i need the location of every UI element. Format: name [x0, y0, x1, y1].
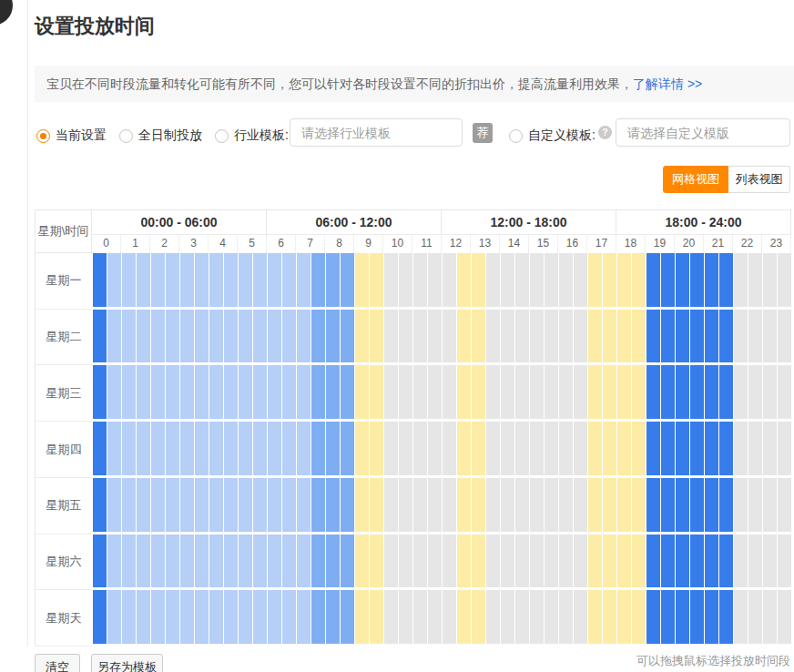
time-cell[interactable]	[224, 253, 238, 307]
time-cell[interactable]	[501, 535, 514, 588]
time-cell[interactable]	[151, 590, 165, 644]
time-cell[interactable]	[239, 310, 252, 363]
time-cell[interactable]	[297, 253, 310, 307]
time-cell[interactable]	[603, 478, 616, 532]
time-cell[interactable]	[413, 365, 427, 419]
time-cell[interactable]	[413, 253, 427, 307]
radio-current-setting[interactable]: 当前设置	[36, 118, 107, 153]
time-cell[interactable]	[311, 422, 325, 475]
time-cell[interactable]	[705, 310, 718, 363]
time-cell[interactable]	[224, 365, 238, 419]
time-cell[interactable]	[705, 253, 718, 307]
time-cell[interactable]	[268, 422, 281, 475]
time-cell[interactable]	[384, 535, 398, 588]
time-cell[interactable]	[122, 253, 136, 307]
radio-all-day[interactable]: 全日制投放	[119, 118, 202, 153]
time-cell[interactable]	[413, 590, 427, 644]
time-cell[interactable]	[486, 535, 500, 588]
time-cell[interactable]	[632, 310, 646, 363]
time-cell[interactable]	[501, 253, 514, 307]
time-cell[interactable]	[384, 310, 398, 363]
time-cell[interactable]	[690, 253, 704, 307]
time-cell[interactable]	[107, 253, 121, 307]
time-cell[interactable]	[137, 253, 150, 307]
time-cell[interactable]	[413, 478, 427, 532]
time-cell[interactable]	[617, 253, 631, 307]
time-cell[interactable]	[763, 365, 777, 419]
time-cell[interactable]	[355, 478, 369, 532]
time-cell[interactable]	[661, 365, 675, 419]
time-cell[interactable]	[311, 365, 325, 419]
time-cell[interactable]	[166, 253, 179, 307]
list-view-button[interactable]: 列表视图	[728, 166, 790, 193]
time-cell[interactable]	[472, 422, 485, 475]
time-cell[interactable]	[632, 535, 646, 588]
time-cell[interactable]	[457, 590, 471, 644]
time-cell[interactable]	[166, 535, 179, 588]
time-cell[interactable]	[180, 535, 194, 588]
time-cell[interactable]	[574, 422, 587, 475]
time-cell[interactable]	[501, 422, 514, 475]
time-cell[interactable]	[209, 365, 223, 419]
time-cell[interactable]	[224, 590, 238, 644]
time-cell[interactable]	[297, 422, 310, 475]
time-cell[interactable]	[151, 365, 165, 419]
time-cell[interactable]	[559, 478, 573, 532]
time-cell[interactable]	[428, 535, 442, 588]
time-cell[interactable]	[137, 365, 150, 419]
time-cell[interactable]	[486, 253, 500, 307]
time-cell[interactable]	[472, 253, 485, 307]
time-cell[interactable]	[603, 422, 616, 475]
time-cell[interactable]	[646, 253, 660, 307]
time-cell[interactable]	[734, 535, 748, 588]
time-cell[interactable]	[719, 590, 733, 644]
time-cell[interactable]	[282, 253, 296, 307]
time-cell[interactable]	[690, 590, 704, 644]
time-cell[interactable]	[399, 310, 412, 363]
time-cell[interactable]	[428, 590, 442, 644]
time-cell[interactable]	[545, 365, 558, 419]
time-cell[interactable]	[530, 590, 544, 644]
time-cell[interactable]	[748, 590, 762, 644]
time-cell[interactable]	[763, 422, 777, 475]
time-cell[interactable]	[268, 310, 281, 363]
time-cell[interactable]	[545, 310, 558, 363]
time-cell[interactable]	[515, 365, 529, 419]
time-cell[interactable]	[559, 253, 573, 307]
time-cell[interactable]	[413, 535, 427, 588]
time-cell[interactable]	[253, 535, 267, 588]
time-cell[interactable]	[151, 310, 165, 363]
time-cell[interactable]	[413, 422, 427, 475]
time-cell[interactable]	[719, 310, 733, 363]
time-cell[interactable]	[501, 365, 514, 419]
time-cell[interactable]	[588, 310, 602, 363]
time-cell[interactable]	[719, 478, 733, 532]
time-cell[interactable]	[676, 422, 689, 475]
time-cell[interactable]	[180, 253, 194, 307]
time-cell[interactable]	[107, 478, 121, 532]
time-cell[interactable]	[355, 253, 369, 307]
time-cell[interactable]	[778, 590, 791, 644]
time-cell[interactable]	[515, 422, 529, 475]
time-cell[interactable]	[559, 535, 573, 588]
time-cell[interactable]	[297, 590, 310, 644]
time-cell[interactable]	[224, 310, 238, 363]
time-cell[interactable]	[341, 310, 354, 363]
time-cell[interactable]	[646, 478, 660, 532]
time-cell[interactable]	[515, 310, 529, 363]
time-cell[interactable]	[311, 478, 325, 532]
time-cell[interactable]	[443, 365, 456, 419]
time-cell[interactable]	[370, 253, 383, 307]
custom-template-select[interactable]	[616, 118, 790, 147]
time-cell[interactable]	[763, 590, 777, 644]
time-cell[interactable]	[545, 422, 558, 475]
time-cell[interactable]	[195, 422, 209, 475]
time-cell[interactable]	[93, 253, 107, 307]
time-cell[interactable]	[209, 478, 223, 532]
time-cell[interactable]	[326, 535, 340, 588]
time-cell[interactable]	[370, 478, 383, 532]
time-cell[interactable]	[122, 310, 136, 363]
time-cell[interactable]	[530, 422, 544, 475]
time-cell[interactable]	[457, 310, 471, 363]
time-cell[interactable]	[676, 535, 689, 588]
